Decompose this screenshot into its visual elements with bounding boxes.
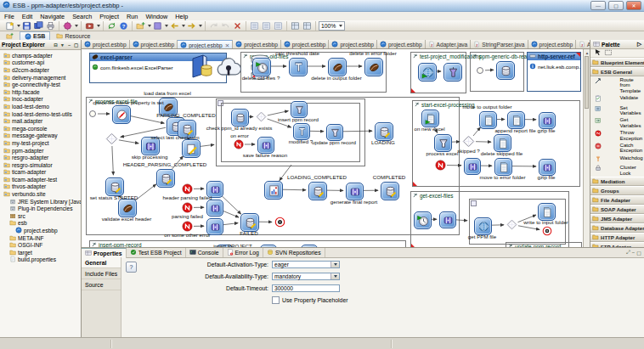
- node-sep-onnew[interactable]: [421, 110, 439, 127]
- menu-help[interactable]: Help: [175, 13, 188, 20]
- section-include-files[interactable]: Include Files: [82, 268, 121, 279]
- node-ig-onerr[interactable]: [234, 139, 244, 149]
- node-loading-db[interactable]: [375, 122, 393, 141]
- minimize-button[interactable]: —: [590, 1, 606, 10]
- editor-tab-4[interactable]: project.esbbp: [281, 40, 330, 49]
- node-pef-err3[interactable]: [182, 221, 193, 232]
- zoom-level-select[interactable]: 100%: [321, 23, 336, 29]
- node-ipr-db2[interactable]: [260, 245, 277, 247]
- canvas-vertical-scrollbar[interactable]: ▲: [583, 49, 590, 247]
- collapse-all-icon[interactable]: ⊟: [53, 42, 59, 48]
- editor-tab-10[interactable]: JAdapter.java: [576, 40, 590, 49]
- node-pdr-start[interactable]: [476, 66, 484, 75]
- open-perspective-button[interactable]: [2, 31, 18, 40]
- menu-navigate[interactable]: Navigate: [40, 13, 65, 20]
- node-rof-bean1[interactable]: [328, 58, 347, 76]
- sort-list-button[interactable]: [273, 21, 284, 31]
- new-wizard-button-dropdown-icon[interactable]: [17, 25, 20, 27]
- node-ig-insert[interactable]: [291, 101, 308, 118]
- palette-item-catch-exception[interactable]: Catch Exception: [590, 142, 644, 155]
- tree-item[interactable]: resgro-simulator: [1, 161, 81, 169]
- table-view-button[interactable]: [290, 21, 301, 31]
- node-gef-endring[interactable]: [542, 226, 552, 236]
- tree-item[interactable]: ge-connectivity-test: [1, 81, 81, 88]
- node-pef-endring[interactable]: [274, 217, 285, 228]
- save-button[interactable]: [21, 21, 32, 31]
- help-button[interactable]: ?: [126, 262, 137, 273]
- palette-drawer-blueprint-elements[interactable]: Blueprint Elements: [590, 58, 644, 67]
- palette-item-set-variables[interactable]: Set Variables: [590, 104, 644, 117]
- node-pef-faildb[interactable]: [240, 213, 259, 232]
- node-ig-modt[interactable]: [293, 123, 310, 140]
- save-all-button[interactable]: [33, 21, 44, 31]
- default-activation-type--field[interactable]: eager: [272, 261, 340, 268]
- back-button-dropdown-icon[interactable]: [182, 25, 185, 27]
- node-gef-d[interactable]: [506, 219, 517, 230]
- forward-button[interactable]: [186, 21, 197, 31]
- node-sep-delskip[interactable]: [494, 134, 511, 152]
- debug-button-dropdown-icon[interactable]: [75, 25, 78, 27]
- close-tab-icon[interactable]: ✕: [225, 42, 229, 49]
- tree-item[interactable]: src: [1, 212, 81, 220]
- tree-item[interactable]: my-test-project: [1, 139, 81, 147]
- tree-item[interactable]: ppm-adapter: [1, 147, 81, 155]
- menu-window[interactable]: Window: [145, 13, 167, 20]
- tree-item[interactable]: lnoc-adapter: [1, 96, 81, 104]
- outline-list-button[interactable]: [249, 21, 260, 31]
- palette-item-throw-exception[interactable]: Throw Exception: [590, 129, 644, 142]
- node-gef-write[interactable]: [538, 203, 556, 221]
- tree-item[interactable]: ticam-adapter: [1, 169, 81, 177]
- section-general[interactable]: General: [82, 257, 121, 268]
- print-button[interactable]: [45, 21, 56, 31]
- palette-drawer-mediation[interactable]: Mediation: [590, 177, 644, 186]
- maximize-panel-icon[interactable]: ▢: [636, 250, 641, 256]
- new-test-button[interactable]: [152, 21, 163, 31]
- node-pef-start[interactable]: [88, 110, 97, 118]
- forward-button-dropdown-icon[interactable]: [199, 25, 202, 27]
- close-button[interactable]: ✕: [626, 1, 641, 10]
- palette-drawer-soap-adapter[interactable]: SOAP Adapter: [590, 205, 644, 214]
- node-sep-moveout[interactable]: [479, 111, 497, 129]
- tree-item[interactable]: target: [1, 249, 81, 256]
- tree-item[interactable]: d2ccm-adapter: [1, 66, 81, 74]
- select-arrow-icon[interactable]: [330, 262, 339, 267]
- bottom-tab-error-log[interactable]: Error Log: [223, 248, 263, 257]
- palette-drawer-file-adapter[interactable]: File Adapter: [590, 195, 644, 205]
- tree-item[interactable]: thvos-adapter: [1, 183, 81, 191]
- new-esb-component-button-dropdown-icon[interactable]: [148, 25, 151, 27]
- palette-item-route-from-template[interactable]: Route from Template: [590, 76, 644, 94]
- use-property-placeholder-checkbox[interactable]: [272, 296, 280, 304]
- maximize-view-icon[interactable]: ▢: [73, 42, 79, 48]
- tree-item[interactable]: champs-adapter: [1, 52, 81, 59]
- node-pef-report[interactable]: [264, 181, 283, 200]
- bottom-tab-svn-repositories[interactable]: SVN Repositories: [263, 248, 325, 257]
- tree-item[interactable]: JRE System Library [JavaSE-1.6]: [1, 198, 81, 205]
- palette-item-get-variables[interactable]: Get Variables: [590, 116, 644, 129]
- tree-item[interactable]: delivery-management: [1, 74, 81, 82]
- editor-tab-1[interactable]: project.esbbp: [130, 40, 178, 49]
- tree-item[interactable]: Plug-in Dependencies: [1, 205, 81, 212]
- node-pef-compdb[interactable]: [381, 182, 399, 200]
- menu-file[interactable]: File: [4, 13, 14, 20]
- bottom-tab-properties[interactable]: Properties: [82, 248, 127, 258]
- minimize-view-icon[interactable]: −: [66, 42, 72, 48]
- run-external-tools-button-dropdown-icon[interactable]: [97, 25, 100, 27]
- zoom-dropdown-icon[interactable]: [339, 25, 342, 27]
- restore-icon[interactable]: ⤢: [626, 250, 630, 256]
- esb-flow-canvas[interactable]: remove-old-filestest-project_modificatio…: [82, 49, 583, 247]
- node-pef-e2[interactable]: [206, 200, 223, 217]
- tree-item[interactable]: mega-console: [1, 125, 81, 132]
- palette-drawer-jms-adapter[interactable]: JMS Adapter: [590, 214, 644, 223]
- tree-item[interactable]: verbundo.site: [1, 190, 81, 198]
- tree-item[interactable]: message-gateway: [1, 132, 81, 140]
- tree-item[interactable]: OSGI-INF: [1, 241, 81, 249]
- tree-item[interactable]: ticam-adapter-test: [1, 176, 81, 183]
- palette-drawer-groups[interactable]: Groups: [590, 186, 644, 195]
- default-timeout--field[interactable]: 300000: [272, 284, 340, 292]
- new-esb-component-button[interactable]: [135, 21, 146, 31]
- bottom-tab-console[interactable]: Console: [186, 248, 223, 257]
- default-availability-type--field[interactable]: mandatory: [272, 273, 340, 280]
- menu-search[interactable]: Search: [72, 13, 92, 20]
- node-sep-e[interactable]: [464, 158, 481, 175]
- scroll-thumb[interactable]: [585, 56, 589, 109]
